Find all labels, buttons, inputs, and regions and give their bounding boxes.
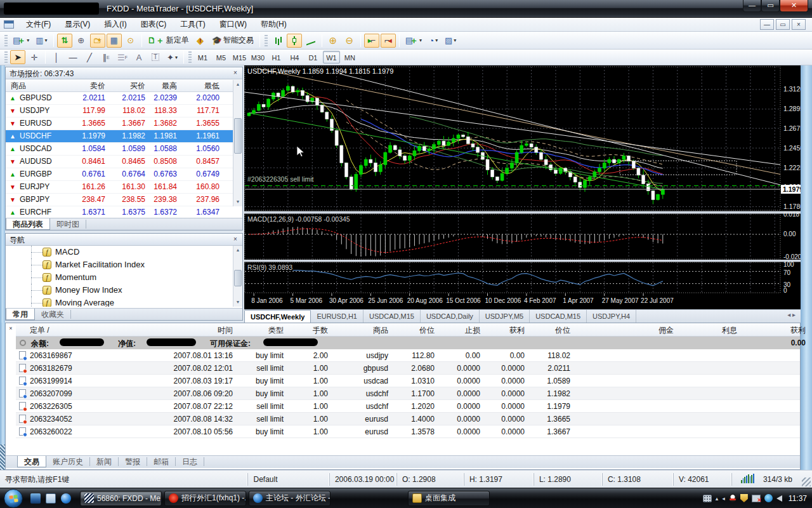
text-tool[interactable]: A bbox=[131, 50, 147, 64]
market-watch-scrollbar[interactable]: ▲ ▼ bbox=[233, 80, 242, 206]
market-watch-header[interactable]: 商品卖价买价最高最低 bbox=[6, 79, 242, 92]
market-watch-row-EURJPY[interactable]: ▼EURJPY161.26161.30161.84160.80 bbox=[6, 181, 242, 194]
terminal-tab-3[interactable]: 警报 bbox=[119, 457, 147, 466]
mdi-close-button[interactable]: × bbox=[792, 19, 806, 30]
shapes-tool[interactable]: ✦▾ bbox=[164, 50, 180, 64]
timeframe-M30[interactable]: M30 bbox=[249, 51, 266, 64]
terminal-tab-4[interactable]: 邮箱 bbox=[147, 457, 176, 466]
terminal-tab-1[interactable]: 账户历史 bbox=[46, 457, 90, 466]
timeframe-M1[interactable]: M1 bbox=[194, 51, 211, 64]
market-watch-row-GBPJPY[interactable]: ▼GBPJPY238.47238.55239.38237.96 bbox=[6, 194, 242, 206]
zoom-in-button[interactable]: ⊕ bbox=[325, 34, 341, 48]
maximize-button[interactable]: ▭ bbox=[761, 0, 780, 12]
timeframe-M15[interactable]: M15 bbox=[231, 51, 248, 64]
timeframe-H1[interactable]: H1 bbox=[268, 51, 285, 64]
crosshair-tool[interactable]: ✛ bbox=[27, 50, 42, 64]
market-watch-row-USDCHF[interactable]: ▲USDCHF1.19791.19821.19811.1961 bbox=[6, 130, 242, 143]
chart-shift-button[interactable]: ⌐◂ bbox=[381, 34, 396, 48]
horizontal-line-tool[interactable]: — bbox=[65, 50, 81, 64]
taskbar-clock[interactable]: 11:37 bbox=[786, 494, 807, 503]
fibonacci-tool[interactable]: ☰F bbox=[115, 50, 130, 64]
orders-table-header[interactable]: 定单 /时间类型手数商品价位止损获利价位佣金利息获利 bbox=[16, 323, 800, 337]
panel-drag-grip[interactable] bbox=[0, 444, 5, 470]
auto-scroll-button[interactable]: ▸⌐ bbox=[364, 34, 379, 48]
market-watch-row-USDCAD[interactable]: ▲USDCAD1.05841.05891.05881.0560 bbox=[6, 143, 242, 156]
order-row-2063226305[interactable]: 20632263052007.08.07 22:12sell limit1.00… bbox=[16, 400, 800, 413]
scroll-up-icon[interactable]: ▲ bbox=[233, 246, 242, 255]
data-window-button[interactable]: ⊕ bbox=[74, 34, 89, 48]
zoom-out-button[interactable]: ⊖ bbox=[342, 34, 357, 48]
close-icon[interactable]: × bbox=[231, 69, 240, 77]
mw-col-2[interactable]: 买价 bbox=[130, 81, 145, 91]
navigator-item-2[interactable]: ƒMomentum bbox=[6, 271, 242, 284]
channel-tool[interactable]: ∥E bbox=[98, 50, 114, 64]
window-switcher-icon[interactable] bbox=[46, 493, 56, 504]
chart-tab-6[interactable]: USDJPY,H4 bbox=[587, 310, 636, 323]
strategy-tester-button[interactable]: ⊙ bbox=[123, 34, 138, 48]
task-button-3[interactable]: 桌面集成 bbox=[408, 491, 490, 506]
mw-col-4[interactable]: 最低 bbox=[204, 81, 219, 91]
chart-tab-0[interactable]: USDCHF,Weekly bbox=[244, 310, 311, 323]
terminal-tab-5[interactable]: 日志 bbox=[176, 457, 204, 466]
templates-button[interactable]: ▨▾ bbox=[442, 34, 459, 48]
navigator-item-3[interactable]: ƒMoney Flow Index bbox=[6, 284, 242, 297]
scroll-down-icon[interactable]: ▼ bbox=[233, 298, 242, 307]
order-row-2063169867[interactable]: 20631698672007.08.01 13:16buy limit2.00u… bbox=[16, 349, 800, 362]
network-icon[interactable] bbox=[764, 494, 773, 502]
timeframe-D1[interactable]: D1 bbox=[304, 51, 322, 64]
navigator-toggle[interactable]: 🗀★ bbox=[90, 34, 105, 48]
market-watch-toggle[interactable]: ⇅ bbox=[57, 34, 72, 48]
terminal-tab-2[interactable]: 新闻 bbox=[90, 457, 119, 466]
task-button-0[interactable]: 56860: FXDD - Me... bbox=[80, 491, 162, 506]
order-row-2063260022[interactable]: 20632600222007.08.10 05:56buy limit1.00e… bbox=[16, 425, 800, 438]
terminal-toggle[interactable]: ▦ bbox=[107, 34, 122, 48]
menu-item-5[interactable]: 窗口(W) bbox=[213, 18, 254, 31]
menu-item-3[interactable]: 图表(C) bbox=[134, 18, 174, 31]
terminal-col-11[interactable]: 获利 bbox=[16, 325, 806, 336]
candlestick-chart-button[interactable] bbox=[287, 34, 302, 48]
navigator-item-1[interactable]: ƒMarket Facilitation Index bbox=[6, 258, 242, 271]
mw-col-1[interactable]: 卖价 bbox=[90, 81, 105, 91]
market-watch-tab-1[interactable]: 即时图 bbox=[50, 220, 86, 229]
cursor-tool[interactable]: ➤ bbox=[10, 50, 25, 64]
new-chart-button[interactable]: ▤＋▾ bbox=[10, 34, 32, 48]
menu-item-4[interactable]: 工具(T) bbox=[173, 18, 212, 31]
chart-tab-3[interactable]: USDCAD,Daily bbox=[421, 310, 480, 323]
start-button[interactable] bbox=[4, 489, 23, 508]
market-watch-row-GBPUSD[interactable]: ▲GBPUSD2.02112.02152.02392.0200 bbox=[6, 92, 242, 105]
timeframe-H4[interactable]: H4 bbox=[286, 51, 303, 64]
chart-area[interactable]: #2063226305 sell limitUSDCHF,Weekly 1.18… bbox=[244, 65, 801, 309]
market-watch-tab-0[interactable]: 商品列表 bbox=[6, 218, 50, 230]
metaeditor-button[interactable]: ◆! bbox=[193, 34, 208, 48]
menu-item-1[interactable]: 显示(V) bbox=[58, 18, 97, 31]
chart-tab-2[interactable]: USDCAD,M15 bbox=[363, 310, 421, 323]
menu-item-2[interactable]: 插入(I) bbox=[97, 18, 133, 31]
volume-icon[interactable] bbox=[776, 495, 782, 502]
show-desktop-icon[interactable] bbox=[30, 493, 41, 504]
resize-grip[interactable] bbox=[802, 478, 811, 486]
close-button[interactable]: ✕ bbox=[780, 0, 808, 12]
toolbar-grip[interactable] bbox=[4, 51, 8, 63]
mdi-restore-button[interactable]: ▭ bbox=[776, 19, 790, 30]
navigator-item-0[interactable]: ƒMACD bbox=[6, 246, 242, 258]
close-icon[interactable]: × bbox=[231, 235, 240, 244]
task-button-2[interactable]: 主论坛 - 外汇论坛 -... bbox=[249, 491, 331, 506]
vertical-line-tool[interactable]: │ bbox=[49, 50, 64, 64]
market-watch-row-EURUSD[interactable]: ▼EURUSD1.36651.36671.36821.3655 bbox=[6, 117, 242, 130]
order-row-2063182679[interactable]: 20631826792007.08.02 12:01sell limit1.00… bbox=[16, 362, 800, 375]
bar-chart-button[interactable] bbox=[270, 34, 285, 48]
chart-tab-1[interactable]: EURUSD,H1 bbox=[311, 310, 363, 323]
market-watch-row-EURGBP[interactable]: ▲EURGBP0.67610.67640.67630.6749 bbox=[6, 168, 242, 181]
toolbar-grip[interactable] bbox=[4, 35, 8, 46]
chart-tab-4[interactable]: USDJPY,M5 bbox=[480, 310, 530, 323]
scroll-down-icon[interactable]: ▼ bbox=[233, 197, 242, 206]
scroll-up-icon[interactable]: ▲ bbox=[233, 80, 242, 89]
navigator-tab-0[interactable]: 常用 bbox=[6, 309, 35, 320]
line-chart-button[interactable] bbox=[303, 34, 318, 48]
chart-tab-scroll-arrows[interactable]: ◂ ▸ bbox=[782, 310, 801, 323]
browser-quicklaunch-icon[interactable] bbox=[61, 493, 71, 504]
chart-tab-5[interactable]: USDCAD,M15 bbox=[530, 310, 587, 323]
mw-col-3[interactable]: 最高 bbox=[162, 81, 177, 91]
market-watch-row-USDJPY[interactable]: ▼USDJPY117.99118.02118.33117.71 bbox=[6, 105, 242, 117]
qq-messenger-icon[interactable] bbox=[729, 494, 737, 502]
